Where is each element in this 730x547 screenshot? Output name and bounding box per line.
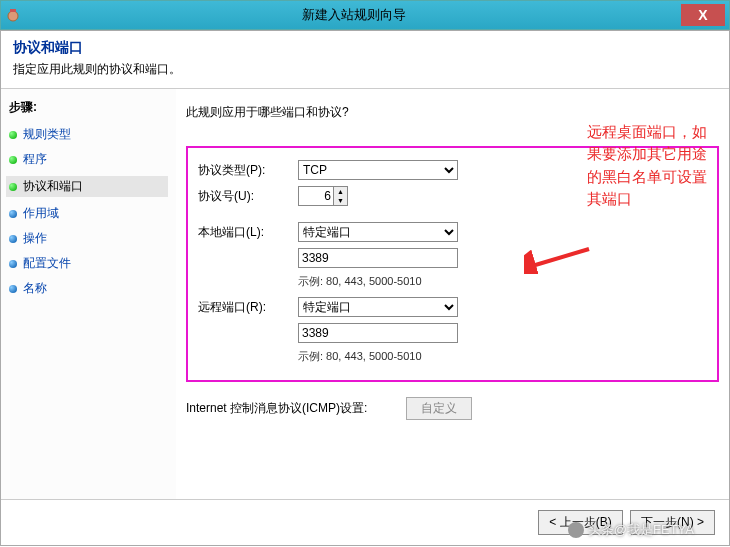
icmp-label: Internet 控制消息协议(ICMP)设置: (186, 400, 406, 417)
bullet-icon (9, 210, 17, 218)
step-program[interactable]: 程序 (9, 151, 168, 168)
step-label: 协议和端口 (23, 178, 83, 195)
protocol-type-select[interactable]: TCP (298, 160, 458, 180)
remote-port-label: 远程端口(R): (198, 299, 298, 316)
local-port-row: 本地端口(L): 特定端口 (198, 222, 707, 242)
bullet-icon (9, 285, 17, 293)
icmp-customize-button: 自定义 (406, 397, 472, 420)
bullet-icon (9, 260, 17, 268)
svg-line-3 (532, 249, 589, 266)
bullet-icon (9, 156, 17, 164)
local-port-value-row (198, 248, 707, 268)
step-label: 操作 (23, 230, 47, 247)
protocol-number-spinner[interactable]: 6 ▲ ▼ (298, 186, 348, 206)
local-port-select[interactable]: 特定端口 (298, 222, 458, 242)
step-label: 程序 (23, 151, 47, 168)
back-button[interactable]: < 上一步(B) (538, 510, 622, 535)
dialog-body: 协议和端口 指定应用此规则的协议和端口。 步骤: 规则类型 程序 协议和端口 作… (0, 30, 730, 546)
remote-port-select[interactable]: 特定端口 (298, 297, 458, 317)
next-button[interactable]: 下一步(N) > (630, 510, 715, 535)
icmp-row: Internet 控制消息协议(ICMP)设置: 自定义 (186, 397, 719, 420)
body-section: 步骤: 规则类型 程序 协议和端口 作用域 操作 配置文件 名称 此规则应用于哪… (1, 89, 729, 499)
step-scope[interactable]: 作用域 (9, 205, 168, 222)
close-button[interactable]: X (681, 4, 725, 26)
titlebar: 新建入站规则向导 X (0, 0, 730, 30)
protocol-number-value: 6 (299, 189, 333, 203)
step-name[interactable]: 名称 (9, 280, 168, 297)
remote-port-input[interactable] (298, 323, 458, 343)
step-label: 作用域 (23, 205, 59, 222)
step-label: 名称 (23, 280, 47, 297)
step-label: 配置文件 (23, 255, 71, 272)
content-panel: 此规则应用于哪些端口和协议? 协议类型(P): TCP 协议号(U): 6 ▲ … (176, 89, 729, 499)
bullet-icon (9, 131, 17, 139)
steps-panel: 步骤: 规则类型 程序 协议和端口 作用域 操作 配置文件 名称 (1, 89, 176, 499)
spinner-buttons: ▲ ▼ (333, 187, 347, 205)
arrow-icon (524, 244, 594, 274)
header-section: 协议和端口 指定应用此规则的协议和端口。 (1, 31, 729, 89)
svg-point-0 (8, 11, 18, 21)
spinner-down-icon[interactable]: ▼ (334, 196, 347, 205)
app-icon (5, 7, 21, 23)
protocol-number-label: 协议号(U): (198, 188, 298, 205)
bullet-icon (9, 235, 17, 243)
remote-port-row: 远程端口(R): 特定端口 (198, 297, 707, 317)
local-port-label: 本地端口(L): (198, 224, 298, 241)
spinner-up-icon[interactable]: ▲ (334, 187, 347, 196)
steps-heading: 步骤: (9, 99, 168, 116)
step-profile[interactable]: 配置文件 (9, 255, 168, 272)
step-rule-type[interactable]: 规则类型 (9, 126, 168, 143)
page-desc: 指定应用此规则的协议和端口。 (13, 61, 717, 78)
step-label: 规则类型 (23, 126, 71, 143)
remote-port-value-row (198, 323, 707, 343)
step-action[interactable]: 操作 (9, 230, 168, 247)
step-protocol-port[interactable]: 协议和端口 (6, 176, 168, 197)
svg-rect-1 (10, 9, 16, 12)
local-port-example: 示例: 80, 443, 5000-5010 (298, 274, 707, 289)
page-title: 协议和端口 (13, 39, 717, 57)
content-question: 此规则应用于哪些端口和协议? (186, 104, 719, 121)
annotation-text: 远程桌面端口，如果要添加其它用途的黑白名单可设置其端口 (587, 121, 717, 211)
footer-section: < 上一步(B) 下一步(N) > 头条@我是FETYA (1, 499, 729, 545)
remote-port-example: 示例: 80, 443, 5000-5010 (298, 349, 707, 364)
window-title: 新建入站规则向导 (27, 6, 681, 24)
local-port-input[interactable] (298, 248, 458, 268)
bullet-icon (9, 183, 17, 191)
protocol-type-label: 协议类型(P): (198, 162, 298, 179)
